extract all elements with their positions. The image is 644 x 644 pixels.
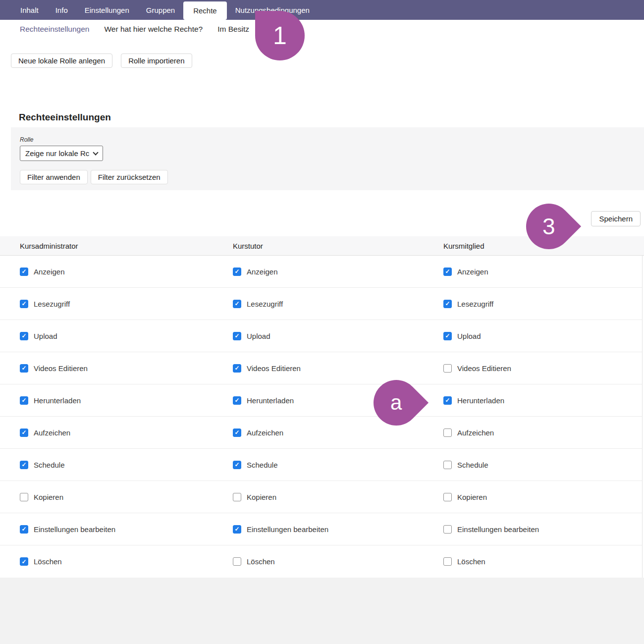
checkbox-unchecked[interactable] xyxy=(443,461,452,469)
permission-label: Herunterladen xyxy=(34,396,81,405)
checkbox-unchecked[interactable] xyxy=(443,493,452,501)
checkmark-icon: ✓ xyxy=(445,268,450,274)
permission-label: Videos Editieren xyxy=(34,364,88,373)
permission-row: ✓Upload✓Upload✓Upload xyxy=(0,320,642,352)
permission-cell: Kopieren xyxy=(443,493,642,501)
permission-label: Upload xyxy=(247,332,270,340)
permission-row: ✓Lesezugriff✓Lesezugriff✓Lesezugriff xyxy=(0,288,642,320)
checkmark-icon: ✓ xyxy=(21,462,26,468)
permission-row: ✓Herunterladen✓Herunterladen✓Herunterlad… xyxy=(0,384,642,417)
subnav-item[interactable]: Wer hat hier welche Rechte? xyxy=(104,25,203,34)
checkbox-checked[interactable]: ✓ xyxy=(443,268,452,276)
permission-row: ✓LöschenLöschenLöschen xyxy=(0,545,642,578)
permission-label: Upload xyxy=(34,332,57,340)
checkbox-checked[interactable]: ✓ xyxy=(20,557,28,566)
permission-label: Kopieren xyxy=(247,493,276,501)
checkbox-unchecked[interactable] xyxy=(233,557,241,566)
checkbox-checked[interactable]: ✓ xyxy=(20,429,28,437)
permission-cell: ✓Anzeigen xyxy=(233,268,443,276)
role-select[interactable]: Zeige nur lokale Rc xyxy=(20,146,103,161)
filter-apply-button[interactable]: Filter anwenden xyxy=(20,170,88,184)
annotation-step-1: 1 xyxy=(255,11,305,60)
permission-cell: ✓Anzeigen xyxy=(443,268,642,276)
permission-label: Löschen xyxy=(457,557,485,566)
import-role-button[interactable]: Rolle importieren xyxy=(121,54,192,68)
permission-label: Einstellungen bearbeiten xyxy=(34,525,115,534)
checkbox-checked[interactable]: ✓ xyxy=(233,364,241,373)
permission-label: Videos Editieren xyxy=(247,364,301,373)
permission-cell: ✓Schedule xyxy=(20,461,233,469)
checkbox-checked[interactable]: ✓ xyxy=(233,461,241,469)
page-footer xyxy=(0,578,644,644)
checkbox-unchecked[interactable] xyxy=(443,557,452,566)
subnav-item[interactable]: Im Besitz xyxy=(217,25,249,34)
permission-label: Einstellungen bearbeiten xyxy=(247,525,328,534)
new-local-role-button[interactable]: Neue lokale Rolle anlegen xyxy=(11,54,112,68)
checkbox-checked[interactable]: ✓ xyxy=(233,525,241,534)
checkbox-checked[interactable]: ✓ xyxy=(20,364,28,373)
permission-cell: ✓Einstellungen bearbeiten xyxy=(20,525,233,534)
checkbox-checked[interactable]: ✓ xyxy=(20,525,28,534)
permission-row: ✓Anzeigen✓Anzeigen✓Anzeigen xyxy=(0,256,642,288)
permission-cell: ✓Schedule xyxy=(233,461,443,469)
permission-cell: ✓Herunterladen xyxy=(20,396,233,405)
permission-cell: Videos Editieren xyxy=(443,364,642,373)
checkbox-checked[interactable]: ✓ xyxy=(20,332,28,340)
tab-gruppen[interactable]: Gruppen xyxy=(138,1,183,19)
checkbox-checked[interactable]: ✓ xyxy=(443,396,452,405)
checkbox-checked[interactable]: ✓ xyxy=(443,300,452,308)
permission-cell: ✓Lesezugriff xyxy=(443,300,642,308)
permission-cell: ✓Löschen xyxy=(20,557,233,566)
checkbox-unchecked[interactable] xyxy=(443,364,452,373)
permission-label: Herunterladen xyxy=(457,396,504,405)
tab-info[interactable]: Info xyxy=(47,1,76,19)
permission-label: Lesezugriff xyxy=(457,300,493,308)
checkbox-checked[interactable]: ✓ xyxy=(20,461,28,469)
checkmark-icon: ✓ xyxy=(234,301,239,307)
permission-label: Löschen xyxy=(247,557,275,566)
save-button[interactable]: Speichern xyxy=(591,211,641,226)
page-title: Rechteeinstellungen xyxy=(19,112,644,123)
checkbox-checked[interactable]: ✓ xyxy=(233,300,241,308)
checkmark-icon: ✓ xyxy=(21,268,26,274)
tab-einstellungen[interactable]: Einstellungen xyxy=(76,1,138,19)
filter-reset-button[interactable]: Filter zurücksetzen xyxy=(91,170,168,184)
checkbox-checked[interactable]: ✓ xyxy=(20,268,28,276)
checkbox-checked[interactable]: ✓ xyxy=(233,429,241,437)
permission-label: Anzeigen xyxy=(34,268,65,276)
checkbox-unchecked[interactable] xyxy=(233,493,241,501)
permission-label: Videos Editieren xyxy=(457,364,511,373)
role-actions: Neue lokale Rolle anlegen Rolle importie… xyxy=(11,54,644,68)
permission-label: Schedule xyxy=(34,461,65,469)
checkbox-unchecked[interactable] xyxy=(443,429,452,437)
checkbox-checked[interactable]: ✓ xyxy=(233,268,241,276)
tab-rechte[interactable]: Rechte xyxy=(183,1,227,20)
checkbox-unchecked[interactable] xyxy=(20,493,28,501)
checkbox-checked[interactable]: ✓ xyxy=(233,396,241,405)
top-navbar: InhaltInfoEinstellungenGruppenRechteNutz… xyxy=(0,0,644,20)
chevron-down-icon xyxy=(93,150,98,155)
permission-row: ✓Aufzeichen✓AufzeichenAufzeichen xyxy=(0,417,642,449)
checkbox-checked[interactable]: ✓ xyxy=(443,332,452,340)
checkbox-checked[interactable]: ✓ xyxy=(20,396,28,405)
subnav-item[interactable]: Rechteeinstellungen xyxy=(20,25,89,34)
permission-label: Kopieren xyxy=(34,493,63,501)
checkmark-icon: ✓ xyxy=(234,462,239,468)
permission-cell: Löschen xyxy=(233,557,443,566)
permission-label: Anzeigen xyxy=(247,268,278,276)
checkbox-checked[interactable]: ✓ xyxy=(20,300,28,308)
checkbox-unchecked[interactable] xyxy=(443,525,452,534)
checkmark-icon: ✓ xyxy=(21,333,26,339)
checkmark-icon: ✓ xyxy=(445,397,450,403)
checkbox-checked[interactable]: ✓ xyxy=(233,332,241,340)
annotation-step-1-label: 1 xyxy=(273,21,287,50)
permission-cell: ✓Upload xyxy=(233,332,443,340)
annotation-step-a-label: a xyxy=(390,391,402,415)
checkmark-icon: ✓ xyxy=(21,365,26,371)
permission-label: Herunterladen xyxy=(247,396,294,405)
tab-inhalt[interactable]: Inhalt xyxy=(12,1,47,19)
permission-cell: ✓Aufzeichen xyxy=(233,429,443,437)
permission-row: ✓Videos Editieren✓Videos EditierenVideos… xyxy=(0,352,642,384)
column-header: Kurstutor xyxy=(233,242,443,250)
permission-label: Aufzeichen xyxy=(247,429,283,437)
